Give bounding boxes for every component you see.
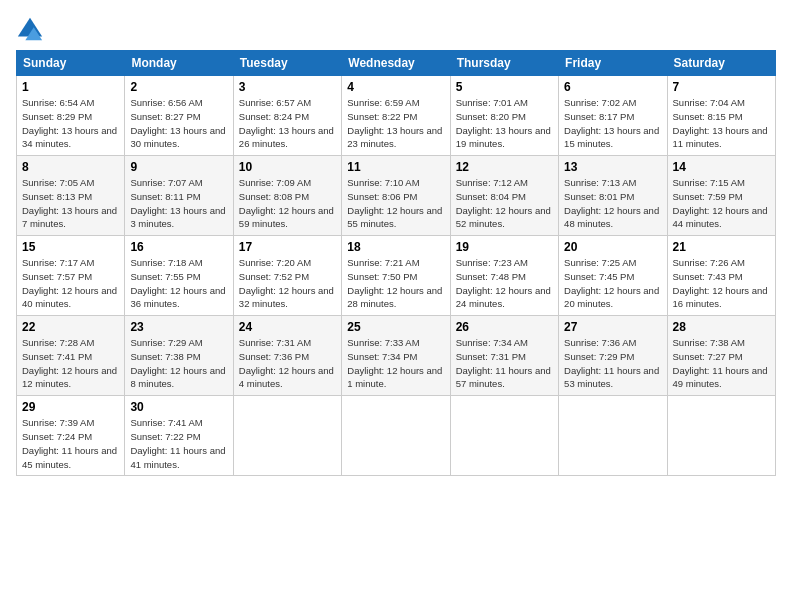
calendar-cell (667, 396, 775, 476)
day-number: 2 (130, 80, 227, 94)
day-number: 7 (673, 80, 770, 94)
calendar-cell: 4Sunrise: 6:59 AMSunset: 8:22 PMDaylight… (342, 76, 450, 156)
day-detail: Sunrise: 7:28 AMSunset: 7:41 PMDaylight:… (22, 336, 119, 391)
calendar-cell: 29Sunrise: 7:39 AMSunset: 7:24 PMDayligh… (17, 396, 125, 476)
day-number: 4 (347, 80, 444, 94)
calendar-week-row: 29Sunrise: 7:39 AMSunset: 7:24 PMDayligh… (17, 396, 776, 476)
day-detail: Sunrise: 7:41 AMSunset: 7:22 PMDaylight:… (130, 416, 227, 471)
day-number: 1 (22, 80, 119, 94)
day-number: 6 (564, 80, 661, 94)
day-detail: Sunrise: 6:56 AMSunset: 8:27 PMDaylight:… (130, 96, 227, 151)
day-number: 3 (239, 80, 336, 94)
calendar-cell: 7Sunrise: 7:04 AMSunset: 8:15 PMDaylight… (667, 76, 775, 156)
calendar-week-row: 8Sunrise: 7:05 AMSunset: 8:13 PMDaylight… (17, 156, 776, 236)
day-number: 29 (22, 400, 119, 414)
day-number: 26 (456, 320, 553, 334)
calendar-cell (559, 396, 667, 476)
day-detail: Sunrise: 7:17 AMSunset: 7:57 PMDaylight:… (22, 256, 119, 311)
day-number: 30 (130, 400, 227, 414)
calendar-cell (233, 396, 341, 476)
calendar-cell: 6Sunrise: 7:02 AMSunset: 8:17 PMDaylight… (559, 76, 667, 156)
calendar-week-row: 1Sunrise: 6:54 AMSunset: 8:29 PMDaylight… (17, 76, 776, 156)
day-number: 17 (239, 240, 336, 254)
day-detail: Sunrise: 7:02 AMSunset: 8:17 PMDaylight:… (564, 96, 661, 151)
day-number: 9 (130, 160, 227, 174)
calendar-cell (450, 396, 558, 476)
day-number: 18 (347, 240, 444, 254)
day-number: 23 (130, 320, 227, 334)
day-detail: Sunrise: 7:15 AMSunset: 7:59 PMDaylight:… (673, 176, 770, 231)
day-number: 16 (130, 240, 227, 254)
day-number: 14 (673, 160, 770, 174)
day-detail: Sunrise: 7:04 AMSunset: 8:15 PMDaylight:… (673, 96, 770, 151)
calendar-cell: 15Sunrise: 7:17 AMSunset: 7:57 PMDayligh… (17, 236, 125, 316)
weekday-header: Wednesday (342, 51, 450, 76)
day-detail: Sunrise: 7:09 AMSunset: 8:08 PMDaylight:… (239, 176, 336, 231)
weekday-header: Thursday (450, 51, 558, 76)
day-number: 5 (456, 80, 553, 94)
calendar-cell: 1Sunrise: 6:54 AMSunset: 8:29 PMDaylight… (17, 76, 125, 156)
calendar-cell: 25Sunrise: 7:33 AMSunset: 7:34 PMDayligh… (342, 316, 450, 396)
calendar-table: SundayMondayTuesdayWednesdayThursdayFrid… (16, 50, 776, 476)
day-detail: Sunrise: 7:13 AMSunset: 8:01 PMDaylight:… (564, 176, 661, 231)
calendar-cell: 21Sunrise: 7:26 AMSunset: 7:43 PMDayligh… (667, 236, 775, 316)
weekday-header: Tuesday (233, 51, 341, 76)
calendar-cell: 17Sunrise: 7:20 AMSunset: 7:52 PMDayligh… (233, 236, 341, 316)
calendar-cell: 22Sunrise: 7:28 AMSunset: 7:41 PMDayligh… (17, 316, 125, 396)
day-number: 11 (347, 160, 444, 174)
day-number: 28 (673, 320, 770, 334)
day-number: 20 (564, 240, 661, 254)
day-number: 8 (22, 160, 119, 174)
calendar-cell: 24Sunrise: 7:31 AMSunset: 7:36 PMDayligh… (233, 316, 341, 396)
calendar-cell (342, 396, 450, 476)
day-number: 12 (456, 160, 553, 174)
calendar-cell: 9Sunrise: 7:07 AMSunset: 8:11 PMDaylight… (125, 156, 233, 236)
day-number: 10 (239, 160, 336, 174)
calendar-cell: 14Sunrise: 7:15 AMSunset: 7:59 PMDayligh… (667, 156, 775, 236)
calendar-cell: 18Sunrise: 7:21 AMSunset: 7:50 PMDayligh… (342, 236, 450, 316)
day-detail: Sunrise: 7:34 AMSunset: 7:31 PMDaylight:… (456, 336, 553, 391)
day-number: 21 (673, 240, 770, 254)
day-number: 19 (456, 240, 553, 254)
calendar-cell: 2Sunrise: 6:56 AMSunset: 8:27 PMDaylight… (125, 76, 233, 156)
day-detail: Sunrise: 7:21 AMSunset: 7:50 PMDaylight:… (347, 256, 444, 311)
day-detail: Sunrise: 7:38 AMSunset: 7:27 PMDaylight:… (673, 336, 770, 391)
calendar-week-row: 22Sunrise: 7:28 AMSunset: 7:41 PMDayligh… (17, 316, 776, 396)
day-detail: Sunrise: 7:25 AMSunset: 7:45 PMDaylight:… (564, 256, 661, 311)
weekday-header: Monday (125, 51, 233, 76)
day-detail: Sunrise: 7:39 AMSunset: 7:24 PMDaylight:… (22, 416, 119, 471)
calendar-cell: 23Sunrise: 7:29 AMSunset: 7:38 PMDayligh… (125, 316, 233, 396)
calendar-cell: 19Sunrise: 7:23 AMSunset: 7:48 PMDayligh… (450, 236, 558, 316)
day-detail: Sunrise: 6:54 AMSunset: 8:29 PMDaylight:… (22, 96, 119, 151)
day-detail: Sunrise: 6:57 AMSunset: 8:24 PMDaylight:… (239, 96, 336, 151)
page-header (16, 16, 776, 44)
day-number: 22 (22, 320, 119, 334)
calendar-cell: 3Sunrise: 6:57 AMSunset: 8:24 PMDaylight… (233, 76, 341, 156)
weekday-header: Sunday (17, 51, 125, 76)
day-number: 13 (564, 160, 661, 174)
calendar-cell: 5Sunrise: 7:01 AMSunset: 8:20 PMDaylight… (450, 76, 558, 156)
day-detail: Sunrise: 7:20 AMSunset: 7:52 PMDaylight:… (239, 256, 336, 311)
calendar-cell: 13Sunrise: 7:13 AMSunset: 8:01 PMDayligh… (559, 156, 667, 236)
calendar-cell: 28Sunrise: 7:38 AMSunset: 7:27 PMDayligh… (667, 316, 775, 396)
day-detail: Sunrise: 7:05 AMSunset: 8:13 PMDaylight:… (22, 176, 119, 231)
day-detail: Sunrise: 7:07 AMSunset: 8:11 PMDaylight:… (130, 176, 227, 231)
day-number: 25 (347, 320, 444, 334)
calendar-cell: 11Sunrise: 7:10 AMSunset: 8:06 PMDayligh… (342, 156, 450, 236)
weekday-header: Friday (559, 51, 667, 76)
calendar-cell: 10Sunrise: 7:09 AMSunset: 8:08 PMDayligh… (233, 156, 341, 236)
day-number: 24 (239, 320, 336, 334)
calendar-week-row: 15Sunrise: 7:17 AMSunset: 7:57 PMDayligh… (17, 236, 776, 316)
day-detail: Sunrise: 7:18 AMSunset: 7:55 PMDaylight:… (130, 256, 227, 311)
logo-icon (16, 16, 44, 44)
calendar-cell: 8Sunrise: 7:05 AMSunset: 8:13 PMDaylight… (17, 156, 125, 236)
calendar-cell: 12Sunrise: 7:12 AMSunset: 8:04 PMDayligh… (450, 156, 558, 236)
day-detail: Sunrise: 6:59 AMSunset: 8:22 PMDaylight:… (347, 96, 444, 151)
calendar-cell: 26Sunrise: 7:34 AMSunset: 7:31 PMDayligh… (450, 316, 558, 396)
logo (16, 16, 48, 44)
calendar-cell: 30Sunrise: 7:41 AMSunset: 7:22 PMDayligh… (125, 396, 233, 476)
day-detail: Sunrise: 7:33 AMSunset: 7:34 PMDaylight:… (347, 336, 444, 391)
weekday-header: Saturday (667, 51, 775, 76)
day-detail: Sunrise: 7:31 AMSunset: 7:36 PMDaylight:… (239, 336, 336, 391)
day-detail: Sunrise: 7:26 AMSunset: 7:43 PMDaylight:… (673, 256, 770, 311)
